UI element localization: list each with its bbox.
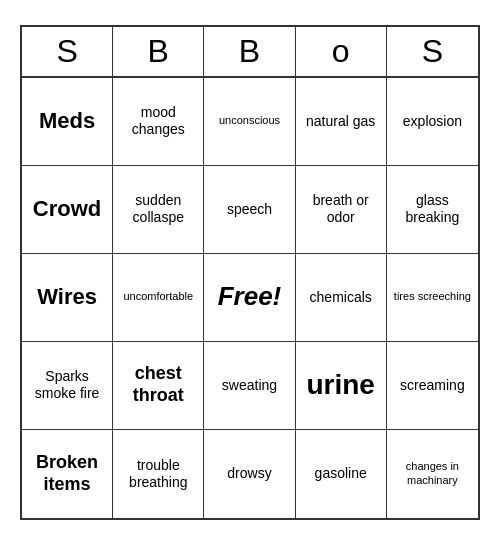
- grid-cell-13: chemicals: [296, 254, 387, 342]
- bingo-card: SBBoS Medsmood changesunconsciousnatural…: [20, 25, 480, 520]
- grid-cell-7: speech: [204, 166, 295, 254]
- grid-cell-22: drowsy: [204, 430, 295, 518]
- header-cell-0: S: [22, 27, 113, 76]
- grid-cell-10: Wires: [22, 254, 113, 342]
- grid-cell-4: explosion: [387, 78, 478, 166]
- grid-cell-18: urine: [296, 342, 387, 430]
- grid-cell-2: unconscious: [204, 78, 295, 166]
- header-cell-2: B: [204, 27, 295, 76]
- grid-cell-11: uncomfortable: [113, 254, 204, 342]
- grid-cell-1: mood changes: [113, 78, 204, 166]
- header-row: SBBoS: [22, 27, 478, 78]
- grid-cell-23: gasoline: [296, 430, 387, 518]
- grid-cell-12: Free!: [204, 254, 295, 342]
- grid-cell-17: sweating: [204, 342, 295, 430]
- grid-cell-20: Broken items: [22, 430, 113, 518]
- grid-cell-15: Sparks smoke fire: [22, 342, 113, 430]
- grid-cell-9: glass breaking: [387, 166, 478, 254]
- grid-cell-0: Meds: [22, 78, 113, 166]
- grid-cell-21: trouble breathing: [113, 430, 204, 518]
- grid-cell-6: sudden collaspe: [113, 166, 204, 254]
- header-cell-3: o: [296, 27, 387, 76]
- grid-cell-8: breath or odor: [296, 166, 387, 254]
- grid-cell-16: chest throat: [113, 342, 204, 430]
- header-cell-1: B: [113, 27, 204, 76]
- grid-cell-5: Crowd: [22, 166, 113, 254]
- grid-cell-24: changes in machinary: [387, 430, 478, 518]
- grid-cell-14: tires screeching: [387, 254, 478, 342]
- grid-cell-19: screaming: [387, 342, 478, 430]
- grid-cell-3: natural gas: [296, 78, 387, 166]
- bingo-grid: Medsmood changesunconsciousnatural gasex…: [22, 78, 478, 518]
- header-cell-4: S: [387, 27, 478, 76]
